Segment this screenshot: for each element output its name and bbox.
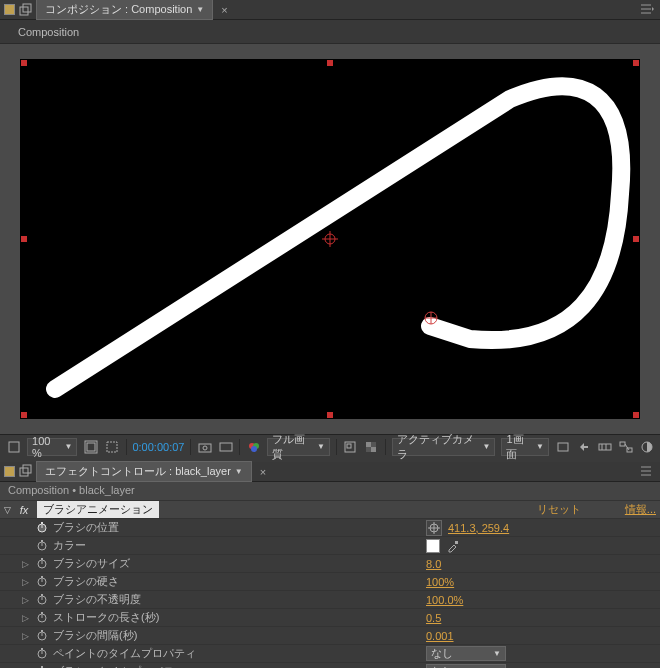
ec-tab[interactable]: エフェクトコントロール : black_layer ▼ [36, 461, 252, 482]
svg-rect-12 [199, 444, 211, 452]
value-cell: 0.5 [426, 612, 656, 624]
prop-value[interactable]: 100.0% [426, 594, 463, 606]
prop-dropdown[interactable]: なし▼ [426, 664, 506, 668]
prop-value[interactable]: 411.3, 259.4 [448, 522, 509, 534]
grid-mask-icon[interactable] [104, 439, 119, 455]
prop-name: カラー [53, 538, 86, 553]
separator [126, 439, 127, 455]
comp-tab-label: コンポジション : Composition [45, 2, 192, 17]
twirl-right-icon[interactable]: ▷ [22, 595, 32, 605]
effect-name[interactable]: ブラシアニメーション [37, 501, 159, 518]
effect-header-row[interactable]: ▽ fx ブラシアニメーション リセット 情報... [0, 500, 660, 518]
value-cell: 8.0 [426, 558, 656, 570]
handle-icon[interactable] [633, 60, 639, 66]
prop-name: ペイントのタイムプロパティ [53, 646, 196, 661]
prop-row[interactable]: ブラシの位置411.3, 259.4 [0, 518, 660, 536]
channel-icon[interactable] [246, 439, 261, 455]
prop-row[interactable]: ▷ブラシのサイズ8.0 [0, 554, 660, 572]
prop-row[interactable]: ▷ブラシの硬さ100% [0, 572, 660, 590]
svg-rect-51 [41, 594, 43, 596]
eyedropper-icon[interactable] [446, 539, 462, 553]
pixel-aspect-icon[interactable] [555, 439, 570, 455]
fast-previews-icon[interactable] [576, 439, 591, 455]
handle-icon[interactable] [327, 60, 333, 66]
svg-rect-45 [41, 558, 43, 560]
close-tab-button[interactable]: × [256, 466, 270, 478]
prop-row[interactable]: カラー [0, 536, 660, 554]
prop-row[interactable]: ▷ストロークの長さ(秒)0.5 [0, 608, 660, 626]
layers-icon[interactable] [19, 3, 32, 16]
reset-link[interactable]: リセット [537, 502, 581, 517]
dropdown-value: なし [431, 664, 453, 668]
svg-rect-19 [347, 444, 351, 448]
timeline-icon[interactable] [597, 439, 612, 455]
prop-name: ストロークの長さ(秒) [53, 610, 159, 625]
prop-row[interactable]: ▷ブラシの不透明度100.0% [0, 590, 660, 608]
prop-value[interactable]: 100% [426, 576, 454, 588]
stopwatch-icon[interactable] [36, 557, 49, 570]
comp-flowchart-icon[interactable] [618, 439, 633, 455]
fx-toggle-icon[interactable]: fx [15, 504, 33, 516]
stopwatch-icon[interactable] [36, 539, 49, 552]
zoom-dropdown[interactable]: 100 %▼ [27, 438, 77, 456]
brush-position-target-icon[interactable] [423, 310, 439, 328]
twirl-right-icon[interactable]: ▷ [22, 577, 32, 587]
stopwatch-icon[interactable] [36, 647, 49, 660]
close-tab-button[interactable]: × [217, 4, 231, 16]
stopwatch-icon[interactable] [36, 629, 49, 642]
prop-dropdown[interactable]: なし▼ [426, 646, 506, 661]
comp-name-link[interactable]: Composition [18, 26, 79, 38]
handle-icon[interactable] [327, 412, 333, 418]
region-icon[interactable] [6, 439, 21, 455]
handle-icon[interactable] [21, 60, 27, 66]
show-snapshot-icon[interactable] [218, 439, 233, 455]
prop-name: ブラシの硬さ [53, 574, 119, 589]
handle-icon[interactable] [633, 236, 639, 242]
svg-rect-32 [20, 468, 28, 476]
twirl-right-icon[interactable]: ▷ [22, 559, 32, 569]
svg-rect-14 [220, 443, 232, 451]
chevron-down-icon: ▼ [196, 5, 204, 14]
timecode-display[interactable]: 0:00:00:07 [132, 441, 184, 453]
twirl-right-icon[interactable]: ▷ [22, 631, 32, 641]
prop-value[interactable]: 8.0 [426, 558, 441, 570]
color-swatch[interactable] [426, 539, 440, 553]
stopwatch-icon[interactable] [36, 593, 49, 606]
info-link[interactable]: 情報... [625, 502, 656, 517]
stopwatch-icon[interactable] [36, 521, 49, 534]
safe-zones-icon[interactable] [83, 439, 98, 455]
prop-row[interactable]: ▷ブラシの間隔(秒)0.001 [0, 626, 660, 644]
snapshot-icon[interactable] [197, 439, 212, 455]
prop-row[interactable]: ▷ブラシのタイムプロパティなし▼ [0, 662, 660, 668]
stopwatch-icon[interactable] [36, 575, 49, 588]
prop-row[interactable]: ペイントのタイムプロパティなし▼ [0, 644, 660, 662]
resolution-dropdown[interactable]: フル画質▼ [267, 438, 329, 456]
exposure-icon[interactable] [639, 439, 654, 455]
svg-rect-48 [41, 576, 43, 578]
svg-rect-23 [366, 447, 371, 452]
panel-menu-icon[interactable] [640, 3, 654, 17]
prop-value[interactable]: 0.5 [426, 612, 441, 624]
comp-viewer[interactable] [0, 44, 660, 434]
value-cell: 100% [426, 576, 656, 588]
anchor-point-icon[interactable] [322, 231, 338, 247]
transparency-grid-icon[interactable] [364, 439, 379, 455]
twirl-right-icon[interactable]: ▷ [22, 613, 32, 623]
handle-icon[interactable] [21, 236, 27, 242]
handle-icon[interactable] [21, 412, 27, 418]
prop-value[interactable]: 0.001 [426, 630, 454, 642]
stopwatch-icon[interactable] [36, 611, 49, 624]
twirl-down-icon[interactable]: ▽ [4, 505, 11, 515]
panel-menu-icon[interactable] [640, 465, 654, 479]
comp-canvas[interactable] [20, 59, 640, 419]
svg-rect-43 [455, 541, 458, 544]
handle-icon[interactable] [633, 412, 639, 418]
views-dropdown[interactable]: 1画面▼ [501, 438, 549, 456]
value-cell: 100.0% [426, 594, 656, 606]
camera-dropdown[interactable]: アクティブカメラ▼ [392, 438, 496, 456]
point-picker-icon[interactable] [426, 520, 442, 536]
comp-tab[interactable]: コンポジション : Composition ▼ [36, 0, 213, 20]
separator [385, 439, 386, 455]
layers-icon[interactable] [19, 464, 32, 479]
roi-icon[interactable] [343, 439, 358, 455]
